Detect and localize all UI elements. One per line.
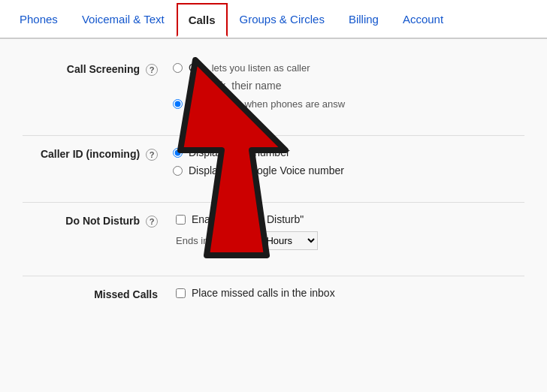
caller-id-label2[interactable]: Display my Google Voice number bbox=[189, 164, 344, 176]
do-not-disturb-checkbox-label[interactable]: Enable "Do Not Disturb" bbox=[192, 213, 304, 225]
caller-id-radio2[interactable] bbox=[173, 166, 183, 176]
do-not-disturb-checkbox-row: Enable "Do Not Disturb" bbox=[173, 213, 524, 225]
missed-calls-options: Place missed calls in the inbox bbox=[173, 287, 524, 299]
caller-id-label1[interactable]: Display caller number bbox=[189, 146, 290, 158]
call-screening-ask-sub: Ask their name bbox=[173, 80, 524, 92]
divider-2 bbox=[23, 202, 524, 203]
call-screening-off-label[interactable]: Off bbox=[189, 98, 202, 110]
do-not-disturb-options: Enable "Do Not Disturb" Ends in Hours Mi… bbox=[173, 213, 524, 250]
call-screening-off-radio[interactable] bbox=[173, 99, 183, 109]
settings-content: Call Screening ? On lets you listen as c… bbox=[0, 39, 547, 392]
call-screening-on-option: On lets you listen as caller bbox=[173, 62, 524, 74]
missed-calls-checkbox[interactable] bbox=[176, 288, 186, 298]
caller-id-option1: Display caller number bbox=[173, 146, 524, 158]
missed-calls-checkbox-row: Place missed calls in the inbox bbox=[173, 287, 524, 299]
navigation-bar: Phones Voicemail & Text Calls Groups & C… bbox=[0, 0, 547, 39]
ends-in-row: Ends in Hours Minutes bbox=[173, 231, 524, 250]
caller-id-options: Display caller number Display my Google … bbox=[173, 146, 524, 176]
nav-calls[interactable]: Calls bbox=[177, 3, 228, 37]
call-screening-label: Call Screening ? bbox=[23, 62, 173, 76]
ends-in-input[interactable] bbox=[214, 232, 252, 250]
call-screening-on-radio[interactable] bbox=[173, 63, 183, 73]
divider-1 bbox=[23, 135, 524, 136]
call-screening-ask-desc: their name bbox=[231, 80, 281, 92]
call-screening-row: Call Screening ? On lets you listen as c… bbox=[23, 54, 524, 117]
call-screening-ask-checkbox[interactable] bbox=[192, 81, 202, 91]
do-not-disturb-checkbox[interactable] bbox=[176, 215, 186, 225]
call-screening-on-label[interactable]: On bbox=[189, 62, 203, 74]
missed-calls-row: Missed Calls Place missed calls in the i… bbox=[23, 279, 524, 308]
nav-billing[interactable]: Billing bbox=[337, 2, 391, 36]
call-screening-ask-label: Ask bbox=[208, 80, 225, 92]
call-screening-options: On lets you listen as caller Ask their n… bbox=[173, 62, 524, 110]
do-not-disturb-label: Do Not Disturb ? bbox=[23, 213, 173, 228]
nav-phones[interactable]: Phones bbox=[8, 2, 70, 36]
caller-id-row: Caller ID (incoming) ? Display caller nu… bbox=[23, 139, 524, 184]
caller-id-radio1[interactable] bbox=[173, 148, 183, 158]
nav-account[interactable]: Account bbox=[391, 2, 455, 36]
ends-in-select[interactable]: Hours Minutes bbox=[258, 231, 318, 250]
call-screening-off-option: Off Directs when phones are answ bbox=[173, 98, 524, 110]
missed-calls-label: Missed Calls bbox=[23, 287, 173, 300]
nav-voicemail[interactable]: Voicemail & Text bbox=[70, 2, 177, 36]
caller-id-label: Caller ID (incoming) ? bbox=[23, 146, 173, 161]
do-not-disturb-row: Do Not Disturb ? Enable "Do Not Disturb"… bbox=[23, 206, 524, 258]
do-not-disturb-help[interactable]: ? bbox=[146, 216, 158, 228]
call-screening-off-desc: Directs when phones are answ bbox=[211, 98, 345, 110]
call-screening-on-desc: lets you listen as caller bbox=[212, 62, 310, 74]
caller-id-help[interactable]: ? bbox=[146, 149, 158, 161]
caller-id-option2: Display my Google Voice number bbox=[173, 164, 524, 176]
missed-calls-checkbox-label[interactable]: Place missed calls in the inbox bbox=[192, 287, 335, 299]
ends-in-label: Ends in bbox=[176, 235, 208, 246]
call-screening-help[interactable]: ? bbox=[146, 64, 158, 76]
divider-3 bbox=[23, 276, 524, 276]
nav-groups[interactable]: Groups & Circles bbox=[228, 2, 337, 36]
